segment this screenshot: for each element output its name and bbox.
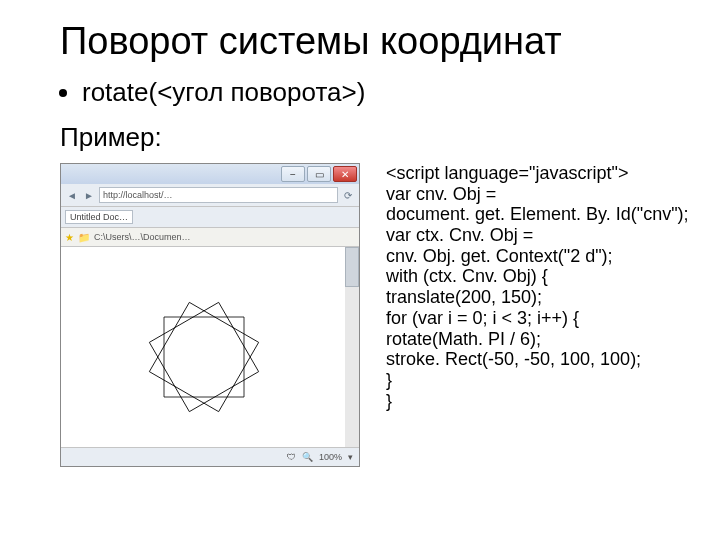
code-line: } bbox=[386, 391, 392, 411]
zoom-level: 100% bbox=[319, 452, 342, 462]
browser-viewport bbox=[61, 247, 359, 447]
refresh-icon[interactable]: ⟳ bbox=[341, 188, 355, 202]
bullet-rotate: rotate(<угол поворота>) bbox=[82, 77, 680, 108]
window-maximize-button[interactable]: ▭ bbox=[307, 166, 331, 182]
nav-toolbar: ◄ ► http://localhost/… ⟳ bbox=[61, 184, 359, 207]
code-line: document. get. Element. By. Id("cnv"); bbox=[386, 204, 689, 224]
code-line: var cnv. Obj = bbox=[386, 184, 496, 204]
favorites-folder-icon[interactable]: 📁 bbox=[78, 232, 90, 243]
window-titlebar: − ▭ ✕ bbox=[61, 164, 359, 184]
browser-tab[interactable]: Untitled Doc… bbox=[65, 210, 133, 224]
url-field[interactable]: http://localhost/… bbox=[99, 187, 338, 203]
code-line: } bbox=[386, 370, 392, 390]
code-line: translate(200, 150); bbox=[386, 287, 542, 307]
example-label: Пример: bbox=[60, 122, 680, 153]
breadcrumbs: C:\Users\…\Documen… bbox=[94, 232, 191, 242]
browser-window: − ▭ ✕ ◄ ► http://localhost/… ⟳ Untitled … bbox=[60, 163, 360, 467]
tab-bar: Untitled Doc… bbox=[61, 207, 359, 228]
window-minimize-button[interactable]: − bbox=[281, 166, 305, 182]
nav-forward-icon[interactable]: ► bbox=[82, 188, 96, 202]
slide-title: Поворот системы координат bbox=[60, 20, 680, 63]
code-line: with (ctx. Cnv. Obj) { bbox=[386, 266, 548, 286]
favorites-star-icon[interactable]: ★ bbox=[65, 232, 74, 243]
canvas-drawing bbox=[61, 247, 347, 447]
window-close-button[interactable]: ✕ bbox=[333, 166, 357, 182]
zoom-dropdown-icon[interactable]: ▾ bbox=[348, 452, 353, 462]
zoom-icon[interactable]: 🔍 bbox=[302, 452, 313, 462]
code-line: var ctx. Cnv. Obj = bbox=[386, 225, 533, 245]
bullet-list: rotate(<угол поворота>) bbox=[60, 77, 680, 108]
code-line: for (var i = 0; i < 3; i++) { bbox=[386, 308, 579, 328]
code-block: <script language="javascript"> var cnv. … bbox=[360, 163, 689, 411]
status-bar: 🛡 🔍 100% ▾ bbox=[61, 447, 359, 466]
favorites-bar: ★ 📁 C:\Users\…\Documen… bbox=[61, 228, 359, 247]
code-line: rotate(Math. PI / 6); bbox=[386, 329, 541, 349]
code-line: cnv. Obj. get. Context("2 d"); bbox=[386, 246, 613, 266]
security-shield-icon: 🛡 bbox=[287, 452, 296, 462]
scrollbar-thumb[interactable] bbox=[345, 247, 359, 287]
code-line: <script language="javascript"> bbox=[386, 163, 628, 183]
code-line: stroke. Rect(-50, -50, 100, 100); bbox=[386, 349, 641, 369]
nav-back-icon[interactable]: ◄ bbox=[65, 188, 79, 202]
